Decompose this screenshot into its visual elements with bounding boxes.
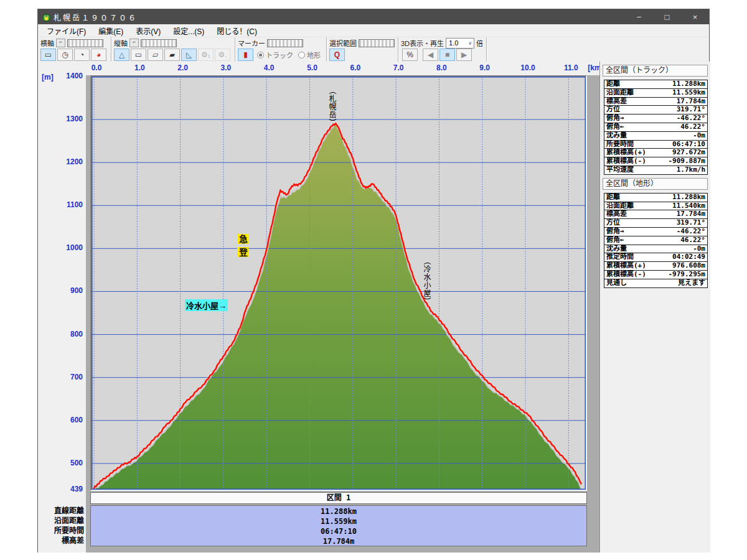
gear1-icon[interactable]: ⚙₁ bbox=[201, 50, 210, 59]
menu-item[interactable]: 閉じる！(C) bbox=[210, 26, 263, 36]
y-tick-label: 500 bbox=[43, 459, 83, 467]
stat-row: 方位319.71° bbox=[604, 219, 708, 228]
chart-area: 0.01.02.03.04.05.06.07.08.09.010.011.0[k… bbox=[38, 62, 599, 553]
radio-off-icon bbox=[298, 52, 305, 58]
y-tick-label: 1200 bbox=[43, 157, 83, 166]
y-tick-label: 439 bbox=[43, 485, 83, 493]
stat-row: 累積標高(-)-979.295m bbox=[604, 271, 708, 279]
stat-row: 俯角→-46.22° bbox=[604, 228, 708, 236]
x-tick-label: 1.0 bbox=[127, 63, 152, 72]
stat-label: 方位 bbox=[606, 106, 620, 114]
stat-label: 沈み量 bbox=[606, 245, 627, 253]
xaxis-scale-slider[interactable] bbox=[67, 39, 103, 47]
menu-item[interactable]: 設定...(S) bbox=[167, 26, 210, 36]
playback-speed-select[interactable]: 1.0 ∨ bbox=[446, 38, 474, 49]
clock-number-icon[interactable]: ◔ bbox=[80, 50, 84, 59]
mountain-icon[interactable]: △ bbox=[119, 50, 125, 59]
stat-row: 見通し見えます bbox=[604, 279, 708, 288]
stat-value: -46.22° bbox=[677, 114, 705, 123]
close-button[interactable]: × bbox=[681, 9, 709, 24]
stat-value: -0m bbox=[693, 245, 705, 253]
x-tick-label: 2.0 bbox=[171, 63, 195, 72]
marker-terrain-radio[interactable]: 地形 bbox=[298, 50, 321, 60]
menu-item[interactable]: 表示(V) bbox=[129, 26, 167, 36]
y-tick-label: 1400 bbox=[43, 72, 83, 80]
stop-icon[interactable]: ■ bbox=[445, 50, 449, 59]
marker-slider[interactable] bbox=[267, 39, 303, 47]
x-tick-label: 0.0 bbox=[84, 63, 109, 72]
stat-row: 距離11.288km bbox=[604, 80, 708, 89]
section-value: 17.784m bbox=[91, 536, 586, 546]
steep-climb-annotation: 急登 bbox=[237, 234, 249, 260]
slope-icon[interactable]: ◺ bbox=[186, 50, 192, 59]
playback-stop-button: ■ bbox=[439, 49, 455, 61]
terrain-stats-table: 距離11.288km沿面距離11.540km標高差17.784m方位319.71… bbox=[604, 193, 708, 288]
ruler-icon[interactable]: ▭ bbox=[135, 50, 142, 59]
car-icon[interactable]: ▱ bbox=[153, 50, 158, 59]
stat-label: 沈み量 bbox=[606, 132, 627, 140]
yaxis-pace-button: ▰ bbox=[164, 49, 180, 61]
lasso-pen-icon[interactable]: Q bbox=[334, 50, 340, 59]
ruler-icon[interactable]: ▭ bbox=[45, 50, 52, 59]
xaxis-distance-button: ▭ bbox=[40, 49, 56, 61]
stat-value: 11.288km bbox=[672, 80, 705, 88]
section-value: 11.559km bbox=[91, 516, 586, 526]
section-values: 11.288km11.559km06:47:1017.784m bbox=[90, 505, 587, 546]
radio-on-icon bbox=[257, 52, 264, 58]
marker-pen-icon[interactable]: ▮ bbox=[243, 50, 248, 59]
yaxis-mini-button[interactable]: ⌐ bbox=[129, 39, 139, 47]
menu-item[interactable]: 編集(E) bbox=[92, 26, 129, 36]
yaxis-scale-slider[interactable] bbox=[141, 39, 177, 47]
y-tick-label: 1300 bbox=[43, 114, 83, 123]
section-label: 所要時間 bbox=[38, 526, 84, 536]
stat-row: 距離11.288km bbox=[604, 194, 708, 202]
section-labels: 直線距離沿面距離所要時間標高差 bbox=[38, 506, 84, 546]
yaxis-group-label: 縦軸 bbox=[114, 38, 128, 48]
stat-label: 見通し bbox=[606, 279, 627, 287]
minimize-button[interactable]: − bbox=[625, 9, 653, 24]
toolbar: 横軸 ⌐ ▭ ◷ ◔ ◕ 縦軸 ⌐ △ ▭ ▱ ▰ ◺ bbox=[38, 37, 709, 63]
stat-label: 推定時間 bbox=[606, 253, 634, 261]
stat-value: 04:02:49 bbox=[672, 253, 705, 261]
stat-value: 319.71° bbox=[677, 106, 705, 114]
play-icon[interactable]: ▶ bbox=[461, 50, 467, 59]
toolbar-group-playback: 3D表示・再生 1.0 ∨ 倍 % ◀ ■ ▶ bbox=[398, 37, 487, 62]
window-title: 札幌岳１９０７０６ bbox=[54, 12, 138, 22]
track-stats-header: 全区間（トラック） bbox=[603, 65, 708, 77]
timer-icon[interactable]: ◕ bbox=[96, 50, 101, 59]
clock-icon[interactable]: ◷ bbox=[62, 50, 68, 59]
stat-label: 俯角← bbox=[606, 123, 624, 131]
x-tick-label: 7.0 bbox=[386, 63, 411, 72]
selection-slider[interactable] bbox=[359, 39, 395, 47]
playback-speed-unit: 倍 bbox=[476, 38, 483, 48]
yaxis-option1-button: ⚙₁ bbox=[198, 49, 214, 61]
menu-item[interactable]: ファイル(F) bbox=[40, 26, 92, 36]
elevation-profile-plot[interactable] bbox=[90, 75, 587, 491]
marker-track-radio[interactable]: トラック bbox=[257, 50, 293, 60]
playback-3d-toggle-button: % bbox=[402, 49, 418, 61]
stat-label: 標高差 bbox=[606, 210, 627, 218]
stat-value: 11.559km bbox=[672, 89, 705, 97]
playback-speed-value: 1.0 bbox=[449, 39, 458, 47]
no-3d-icon[interactable]: % bbox=[406, 50, 413, 59]
stat-label: 距離 bbox=[606, 80, 620, 88]
app-icon bbox=[42, 12, 51, 22]
car-gauge-icon[interactable]: ▰ bbox=[169, 50, 175, 59]
yaxis-option2-button: ⚙. bbox=[215, 49, 230, 61]
maximize-button[interactable]: □ bbox=[653, 9, 681, 24]
stat-value: 319.71° bbox=[677, 219, 705, 227]
playback-rewind-button: ◀ bbox=[423, 49, 438, 61]
x-tick-label: 9.0 bbox=[472, 63, 497, 72]
gear2-icon[interactable]: ⚙. bbox=[218, 50, 227, 59]
yaxis-elevation-button: △ bbox=[114, 49, 129, 61]
section-value: 06:47:10 bbox=[91, 526, 586, 536]
terrain-stats-header: 全区間（地形） bbox=[603, 178, 708, 190]
stat-label: 所要時間 bbox=[606, 141, 634, 149]
section-header: 区間 1 bbox=[90, 492, 587, 504]
marker-terrain-label: 地形 bbox=[307, 50, 321, 60]
marker-track-label: トラック bbox=[266, 50, 293, 60]
rewind-icon[interactable]: ◀ bbox=[428, 50, 433, 59]
stat-value: 17.784m bbox=[677, 210, 705, 218]
xaxis-mini-button[interactable]: ⌐ bbox=[56, 39, 65, 47]
stat-label: 方位 bbox=[606, 219, 620, 227]
